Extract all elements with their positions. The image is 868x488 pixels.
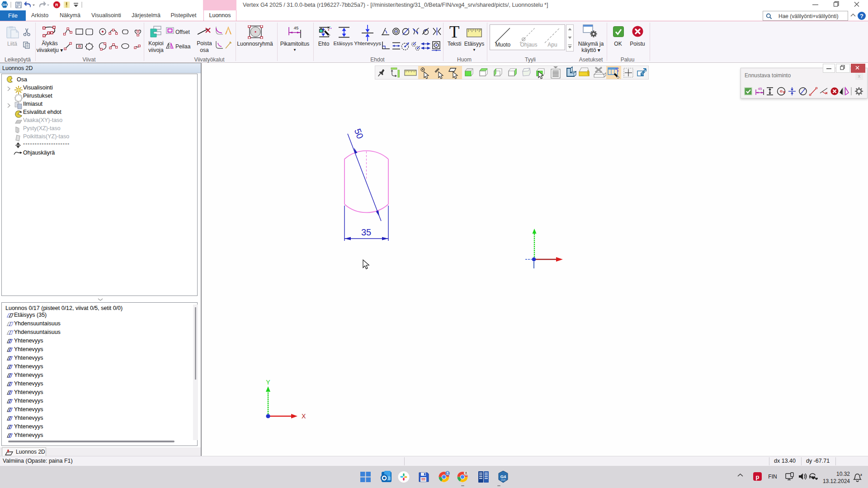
svg-text:X: X	[302, 413, 306, 420]
svg-text:FIN: FIN	[768, 474, 777, 480]
svg-text:45: 45	[758, 87, 762, 91]
svg-text:2025: 2025	[501, 479, 506, 481]
svg-text:45: 45	[294, 25, 299, 30]
svg-text:G4: G4	[2, 3, 7, 7]
svg-text:Y: Y	[266, 379, 270, 386]
svg-text:G4: G4	[500, 474, 506, 479]
svg-text:?: ?	[860, 13, 863, 19]
svg-text:z: z	[860, 473, 862, 477]
svg-text:p: p	[756, 474, 760, 480]
svg-text:35: 35	[361, 227, 371, 237]
svg-text:50: 50	[353, 127, 366, 140]
svg-text:R: R	[55, 3, 58, 7]
